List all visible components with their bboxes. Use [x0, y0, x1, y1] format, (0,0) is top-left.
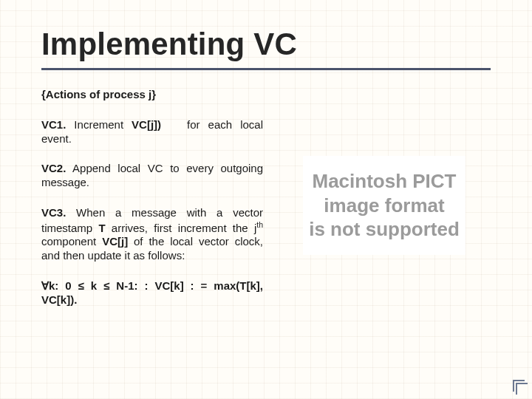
- corner-ornament-icon: [513, 380, 525, 392]
- vc3-p3: component: [41, 235, 102, 248]
- title-underline: [41, 68, 491, 70]
- pict-placeholder: Macintosh PICT image format is not suppo…: [303, 156, 466, 255]
- item-formula: ∀k: 0 ≤ k ≤ N-1: : VC[k] : = max(T[k], V…: [41, 279, 263, 307]
- vc1-prefix: Increment: [66, 118, 132, 131]
- content-columns: {Actions of process j} VC1. Increment VC…: [41, 88, 491, 323]
- image-column: Macintosh PICT image format is not suppo…: [278, 88, 491, 323]
- slide-title: Implementing VC: [41, 27, 491, 62]
- vc3-T: T: [98, 222, 105, 234]
- item-vc2: VC2. Append local VC to every outgoing m…: [41, 162, 263, 190]
- vc3-code: VC[j]: [102, 235, 128, 248]
- item-vc1: VC1. Increment VC[j]) for each local eve…: [41, 118, 263, 146]
- vc3-th: th: [256, 220, 263, 229]
- vc1-label: VC1.: [41, 118, 66, 131]
- slide: Implementing VC {Actions of process j} V…: [0, 0, 532, 399]
- vc2-text: Append local VC to every outgoing messag…: [41, 162, 263, 188]
- item-vc3: VC3. When a message with a vector timest…: [41, 206, 263, 263]
- vc3-p2: arrives, first increment the j: [106, 222, 257, 234]
- pict-line-1: Macintosh PICT: [309, 169, 460, 194]
- formula-text: ∀k: 0 ≤ k ≤ N-1: : VC[k] : = max(T[k], V…: [41, 279, 263, 306]
- vc2-label: VC2.: [41, 162, 66, 174]
- subtitle-text: {Actions of process j}: [41, 88, 156, 100]
- subtitle: {Actions of process j}: [41, 88, 263, 102]
- pict-line-3: is not supported: [309, 217, 460, 242]
- vc1-code: VC[j]): [132, 118, 161, 131]
- text-column: {Actions of process j} VC1. Increment VC…: [41, 88, 263, 323]
- pict-line-2: image format: [309, 194, 460, 218]
- vc3-label: VC3.: [41, 206, 66, 219]
